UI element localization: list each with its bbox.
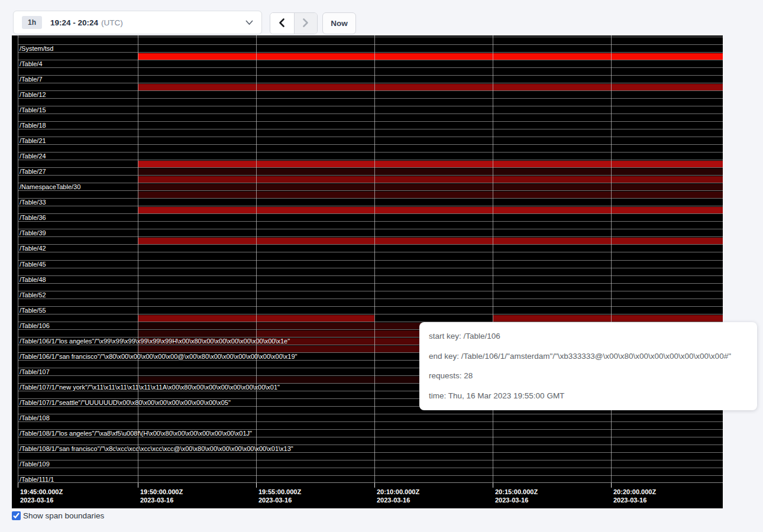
span-label: /Table/7 [20, 76, 43, 83]
heatmap-rows: /System/tsd/Table/4/Table/7/Table/12/Tab… [18, 37, 723, 483]
heatmap-row[interactable] [18, 437, 723, 445]
heatmap-row[interactable] [18, 144, 723, 152]
heatmap-row[interactable] [18, 236, 723, 244]
heatmap-row[interactable]: /Table/55 [18, 306, 723, 314]
span-label: /Table/18 [20, 122, 46, 129]
heatmap-row[interactable]: /Table/12 [18, 90, 723, 98]
heatmap-row[interactable] [18, 299, 723, 306]
heatmap-row[interactable]: /Table/4 [18, 60, 723, 67]
span-label: /Table/106 [20, 322, 50, 330]
heatmap-row[interactable] [18, 160, 723, 167]
span-label: /System/tsd [20, 45, 53, 53]
heatmap-row[interactable]: /Table/15 [18, 106, 723, 113]
heatmap-row[interactable]: /System/tsd [18, 44, 723, 52]
heat-band [138, 53, 723, 60]
axis-tick-time: 20:15:00.000Z [495, 488, 538, 495]
show-span-boundaries-control[interactable]: Show span boundaries [12, 511, 104, 520]
prev-range-button[interactable] [270, 13, 294, 34]
heatmap-row[interactable]: /Table/48 [18, 275, 723, 283]
span-label: /Table/24 [20, 153, 46, 160]
gridline-vertical [611, 35, 612, 486]
heatmap-row[interactable] [18, 98, 723, 106]
span-label: /Table/4 [20, 60, 43, 68]
heatmap-row[interactable]: /Table/42 [18, 244, 723, 252]
span-label: /Table/21 [20, 137, 46, 145]
heatmap-row[interactable] [18, 283, 723, 291]
heatmap-row[interactable] [18, 452, 723, 460]
heatmap-row[interactable]: /Table/109 [18, 460, 723, 468]
span-label: /Table/45 [20, 261, 46, 268]
axis-tick-time: 19:45:00.000Z [20, 488, 63, 495]
now-button[interactable]: Now [322, 12, 356, 34]
show-span-boundaries-label: Show span boundaries [23, 511, 104, 520]
axis-tick-date: 2023-03-16 [20, 497, 53, 504]
span-tooltip: start key: /Table/106 end key: /Table/10… [419, 322, 757, 410]
gridline-vertical [256, 35, 257, 486]
heatmap-row[interactable] [18, 190, 723, 198]
heatmap-row[interactable] [18, 37, 723, 44]
heatmap-row[interactable]: /Table/36 [18, 213, 723, 221]
span-label: /Table/48 [20, 276, 46, 284]
heatmap-row[interactable]: /Table/27 [18, 167, 723, 175]
heatmap-row[interactable]: /Table/111/1 [18, 475, 723, 483]
axis-tick-time: 19:55:00.000Z [258, 488, 301, 495]
span-label: /Table/107/1/"new york"/"\x11\x11\x11\x1… [20, 384, 280, 391]
heatmap-row[interactable] [18, 175, 723, 183]
heatmap-row[interactable] [18, 268, 723, 275]
heatmap-row[interactable] [18, 52, 723, 60]
heatmap-row[interactable] [18, 83, 723, 90]
heatmap-row[interactable]: /Table/21 [18, 137, 723, 144]
span-label: /Table/39 [20, 229, 46, 237]
span-label: /Table/108/1/"san francisco"/"\x8c\xcc\x… [20, 445, 293, 453]
heat-band [138, 192, 723, 198]
axis-tick [374, 483, 375, 488]
time-range-select[interactable]: 1h 19:24 - 20:24 (UTC) [13, 11, 262, 34]
axis-tick-date: 2023-03-16 [258, 497, 292, 504]
heatmap-row[interactable] [18, 421, 723, 429]
span-label: /Table/106/1/"los angeles"/"\x99\x99\x99… [20, 338, 290, 345]
show-span-boundaries-checkbox[interactable] [12, 511, 21, 520]
span-label: /Table/108 [20, 414, 50, 422]
axis-tick-date: 2023-03-16 [377, 497, 410, 504]
heatmap-row[interactable]: /Table/108/1/"los angeles"/"\xa8\xf5\u00… [18, 429, 723, 437]
heatmap-row[interactable]: /Table/24 [18, 152, 723, 160]
heatmap-row[interactable]: /Table/45 [18, 260, 723, 268]
heatmap-row[interactable] [18, 206, 723, 213]
span-label: /Table/33 [20, 199, 46, 206]
span-label: /Table/55 [20, 307, 46, 314]
heat-band [138, 346, 256, 352]
heatmap-row[interactable] [18, 67, 723, 75]
heat-band [138, 184, 723, 190]
heatmap-row[interactable] [18, 221, 723, 229]
heatmap-row[interactable]: /Table/52 [18, 291, 723, 299]
heatmap-row[interactable]: /Table/108/1/"san francisco"/"\x8c\xcc\x… [18, 445, 723, 452]
heatmap-row[interactable] [18, 129, 723, 137]
gridline-vertical [493, 35, 493, 486]
axis-tick [18, 483, 18, 488]
heat-band [138, 330, 256, 337]
key-visualizer-canvas[interactable]: /System/tsd/Table/4/Table/7/Table/12/Tab… [12, 35, 723, 508]
heatmap-row[interactable]: /Table/39 [18, 229, 723, 236]
heatmap-row[interactable] [18, 314, 723, 322]
heatmap-row[interactable]: /Table/18 [18, 121, 723, 129]
heat-band [138, 323, 256, 329]
gridline-vertical [18, 35, 18, 486]
heat-band [138, 161, 723, 167]
axis-tick [256, 483, 257, 488]
span-label: /Table/107/1/"seattle"/"UUUUUUD\x00\x80\… [20, 399, 231, 407]
heatmap-row[interactable]: /Table/108 [18, 414, 723, 421]
heatmap-row[interactable] [18, 468, 723, 475]
span-label: /Table/27 [20, 168, 46, 176]
span-label: /Table/36 [20, 214, 46, 222]
heatmap-row[interactable]: /NamespaceTable/30 [18, 183, 723, 190]
next-range-button[interactable] [294, 13, 318, 34]
chevron-right-icon [302, 18, 309, 30]
heatmap-row[interactable]: /Table/7 [18, 75, 723, 83]
heat-band [138, 207, 723, 213]
heatmap-row[interactable]: /Table/33 [18, 198, 723, 206]
tooltip-time: time: Thu, 16 Mar 2023 19:55:00 GMT [429, 386, 748, 406]
axis-tick [611, 483, 612, 488]
axis-tick-date: 2023-03-16 [140, 497, 173, 504]
heatmap-row[interactable] [18, 113, 723, 121]
heatmap-row[interactable] [18, 252, 723, 259]
